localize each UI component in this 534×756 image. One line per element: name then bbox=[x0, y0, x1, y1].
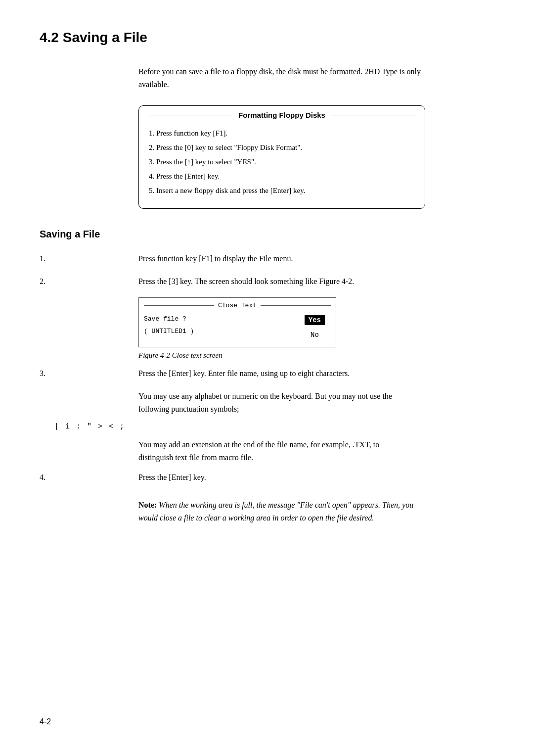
screen-header-line-right bbox=[261, 305, 331, 306]
step-1-num: 1. bbox=[40, 252, 138, 265]
step-4-content: Press the [Enter] key. bbox=[138, 471, 415, 484]
screen-left: Save file ? ( UNTITLED1 ) bbox=[144, 311, 299, 343]
note-content: When the working area is full, the messa… bbox=[138, 501, 413, 522]
step-4: 4. Press the [Enter] key. bbox=[40, 471, 494, 484]
sub-para-2: You may add an extension at the end of t… bbox=[138, 438, 415, 464]
sub-para-1: You may use any alphabet or numeric on t… bbox=[138, 390, 415, 415]
format-box: Formatting Floppy Disks 1. Press functio… bbox=[138, 105, 425, 209]
steps-list-3: 4. Press the [Enter] key. bbox=[40, 471, 494, 484]
step-3: 3. Press the [Enter] key. Enter file nam… bbox=[40, 367, 494, 380]
screen-header-text: Close Text bbox=[214, 302, 261, 309]
format-steps-list: 1. Press function key [F1]. 2. Press the… bbox=[149, 127, 415, 197]
screen-box: Close Text Save file ? ( UNTITLED1 ) Yes… bbox=[138, 297, 336, 347]
section-heading: Saving a File bbox=[40, 229, 494, 240]
steps-list: 1. Press function key [F1] to display th… bbox=[40, 252, 494, 287]
figure-caption: Figure 4-2 Close text screen bbox=[138, 351, 494, 360]
step-2-num: 2. bbox=[40, 275, 138, 288]
step-3-num: 3. bbox=[40, 367, 138, 380]
note-section: Note: When the working area is full, the… bbox=[138, 499, 425, 524]
step-1: 1. Press function key [F1] to display th… bbox=[40, 252, 494, 265]
screen-header: Close Text bbox=[139, 302, 336, 309]
screen-row-2: ( UNTITLED1 ) bbox=[144, 328, 299, 335]
screen-row-1: Save file ? bbox=[144, 315, 299, 323]
note-label: Note: bbox=[138, 501, 157, 509]
format-step-3: 3. Press the [↑] key to select "YES". bbox=[149, 155, 415, 169]
screen-right: Yes No bbox=[299, 311, 331, 343]
step-3-content: Press the [Enter] key. Enter file name, … bbox=[138, 367, 415, 380]
screen-body: Save file ? ( UNTITLED1 ) Yes No bbox=[139, 311, 336, 343]
steps-list-2: 3. Press the [Enter] key. Enter file nam… bbox=[40, 367, 494, 380]
format-title-left-line bbox=[149, 115, 232, 116]
format-step-1: 1. Press function key [F1]. bbox=[149, 127, 415, 140]
no-button[interactable]: No bbox=[311, 331, 319, 339]
format-title-right-line bbox=[331, 115, 415, 116]
step-2: 2. Press the [3] key. The screen should … bbox=[40, 275, 494, 288]
figure-container: Close Text Save file ? ( UNTITLED1 ) Yes… bbox=[138, 297, 494, 360]
format-step-2: 2. Press the [0] key to select "Floppy D… bbox=[149, 141, 415, 154]
format-step-4: 4. Press the [Enter] key. bbox=[149, 170, 415, 183]
format-box-title: Formatting Floppy Disks bbox=[232, 111, 331, 119]
page-footer: 4-2 bbox=[40, 717, 51, 726]
step-1-content: Press function key [F1] to display the F… bbox=[138, 252, 415, 265]
step-4-num: 4. bbox=[40, 471, 138, 484]
yes-button[interactable]: Yes bbox=[305, 315, 325, 325]
step-2-content: Press the [3] key. The screen should loo… bbox=[138, 275, 415, 288]
intro-text: Before you can save a file to a floppy d… bbox=[138, 65, 445, 91]
format-step-5: 5. Insert a new floppy disk and press th… bbox=[149, 184, 415, 197]
code-symbols: | i : " > < ; bbox=[54, 423, 494, 431]
screen-header-line-left bbox=[144, 305, 214, 306]
page-title: 4.2 Saving a File bbox=[40, 30, 494, 46]
